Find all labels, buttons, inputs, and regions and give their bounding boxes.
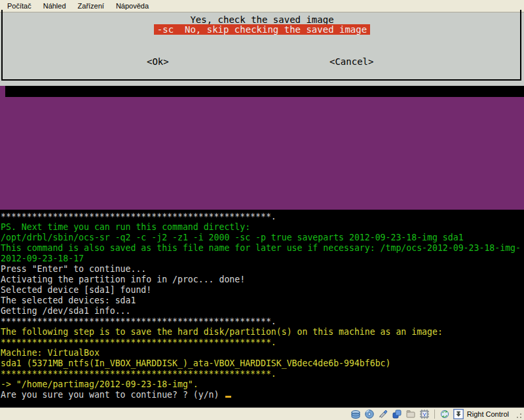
network-icon[interactable] — [392, 409, 402, 419]
clonezilla-dialog: Yes, check the saved image -sc No, skip … — [0, 12, 524, 86]
terminal-line: Machine: VirtualBox — [1, 348, 524, 358]
mouse-integration-icon[interactable] — [440, 409, 450, 419]
terminal-line: ****************************************… — [1, 316, 524, 327]
optical-disc-icon[interactable] — [364, 409, 375, 419]
dialog-option-no[interactable]: -sc No, skip checking the saved image — [0, 25, 524, 35]
ok-button[interactable]: <Ok> — [147, 57, 169, 67]
terminal-line: Press "Enter" to continue... — [1, 264, 524, 275]
shared-folders-icon[interactable] — [405, 409, 416, 419]
host-key-icon[interactable] — [453, 409, 464, 419]
console-black-band — [0, 86, 524, 97]
splash-background — [0, 97, 524, 210]
terminal-output[interactable]: ****************************************… — [0, 210, 524, 408]
terminal-line: /opt/drbl/sbin/ocs-sr -q2 -c -j2 -z1 -i … — [1, 233, 524, 243]
terminal-line: ****************************************… — [1, 212, 524, 222]
guest-console[interactable]: Yes, check the saved image -sc No, skip … — [0, 12, 524, 408]
terminal-line: Activating the partition info in /proc..… — [1, 275, 524, 285]
svg-text:V: V — [422, 411, 426, 417]
dialog-option-no-highlight: -sc No, skip checking the saved image — [154, 24, 370, 35]
usb-icon[interactable] — [378, 409, 388, 419]
terminal-line: ****************************************… — [1, 369, 524, 379]
terminal-line: PS. Next time you can run this command d… — [1, 222, 524, 233]
statusbar-separator — [434, 410, 435, 419]
terminal-line: Getting /dev/sda1 info... — [1, 306, 524, 316]
terminal-line: -> "/home/partimag/2012-09-23-18-img". — [1, 379, 524, 390]
terminal-cursor — [225, 396, 231, 398]
hard-disks-icon[interactable] — [350, 409, 361, 419]
terminal-line: 2012-09-23-18-17 — [1, 254, 524, 264]
terminal-line: The selected devices: sda1 — [1, 296, 524, 306]
terminal-line: Are you sure you want to continue? ? (y/… — [1, 390, 524, 400]
cancel-button[interactable]: <Cancel> — [329, 57, 373, 67]
splash-edge — [0, 86, 5, 97]
resize-grip[interactable] — [516, 413, 522, 419]
terminal-line: This command is also saved as this file … — [1, 243, 524, 254]
dialog-option-yes[interactable]: Yes, check the saved image — [0, 15, 524, 25]
statusbar: V Right Control — [0, 408, 524, 420]
terminal-line: Selected device [sda1] found! — [1, 285, 524, 296]
terminal-line: sda1 (5371MB_ntfs(In_VBOX_HARDDISK_)_ata… — [1, 358, 524, 369]
virtualization-chip-icon[interactable]: V — [419, 409, 430, 419]
terminal-line: The following step is to save the hard d… — [1, 327, 524, 337]
terminal-line: ****************************************… — [1, 337, 524, 348]
host-key-label: Right Control — [467, 410, 509, 418]
